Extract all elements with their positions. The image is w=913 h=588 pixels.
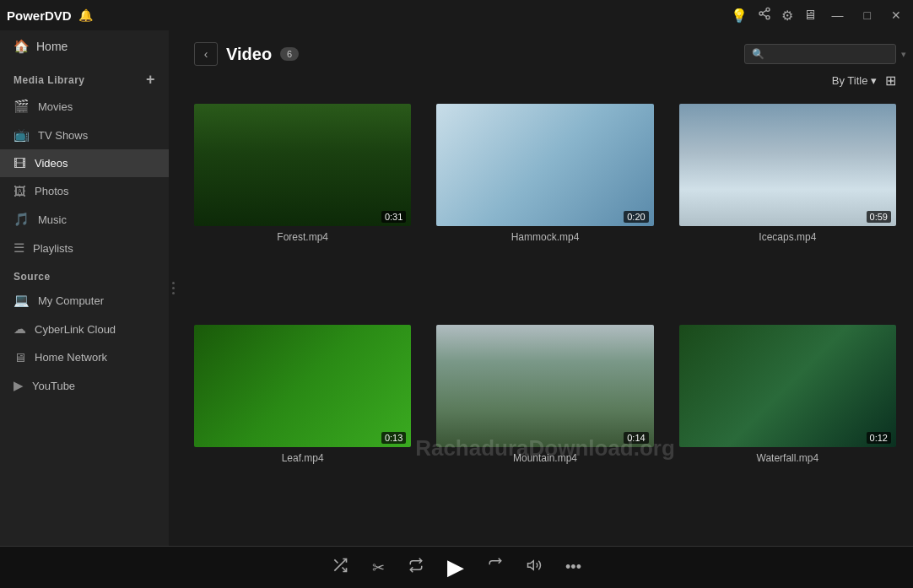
video-thumbnail: 0:20 <box>436 104 653 226</box>
svg-point-1 <box>759 12 763 15</box>
source-label: Source <box>0 262 169 286</box>
video-name: Hammock.mp4 <box>511 231 580 243</box>
video-duration: 0:12 <box>867 432 891 444</box>
video-thumbnail: 0:14 <box>436 325 653 447</box>
sidebar-item-cyberlink-cloud[interactable]: ☁ CyberLink Cloud <box>0 315 169 343</box>
monitor-icon[interactable]: 🖥 <box>803 8 817 23</box>
settings-icon[interactable]: ⚙ <box>781 8 793 24</box>
sidebar-item-label-tv-shows: TV Shows <box>38 129 88 142</box>
video-duration: 0:31 <box>381 211 406 223</box>
video-thumbnail: 0:31 <box>194 104 411 226</box>
sidebar-item-my-computer[interactable]: 💻 My Computer <box>0 286 169 315</box>
video-name: Icecaps.mp4 <box>759 231 816 243</box>
video-name: Mountain.mp4 <box>513 452 577 464</box>
repeat-button[interactable] <box>408 558 424 577</box>
video-duration: 0:14 <box>624 432 648 444</box>
movies-icon: 🎬 <box>14 99 30 114</box>
video-thumbnail: 0:12 <box>679 325 896 447</box>
bell-icon[interactable]: 🔔 <box>78 8 93 22</box>
video-item[interactable]: 0:12 Waterfall.mp4 <box>679 325 896 529</box>
search-dropdown[interactable]: ▾ <box>901 49 906 60</box>
cyberlink-cloud-icon: ☁ <box>14 321 26 337</box>
sidebar-item-music[interactable]: 🎵 Music <box>0 205 169 234</box>
back-icon: ‹ <box>204 47 208 61</box>
dot3 <box>172 292 175 294</box>
video-item[interactable]: 0:14 Mountain.mp4 <box>436 325 653 529</box>
play-button[interactable]: ▶ <box>447 554 464 580</box>
sidebar-item-movies[interactable]: 🎬 Movies <box>0 92 169 121</box>
lightbulb-icon[interactable]: 💡 <box>731 8 748 24</box>
media-library-label: Media Library <box>14 74 85 86</box>
playlists-icon: ☰ <box>14 240 24 256</box>
sidebar-item-home[interactable]: 🏠 Home <box>0 30 169 62</box>
search-input[interactable] <box>770 48 896 60</box>
dot2 <box>172 287 175 289</box>
sidebar-item-youtube[interactable]: ▶ YouTube <box>0 371 169 400</box>
resize-handle[interactable] <box>169 30 177 546</box>
video-name: Waterfall.mp4 <box>757 452 819 464</box>
share-icon[interactable] <box>758 7 771 24</box>
svg-line-3 <box>762 14 766 17</box>
title-bar-left: PowerDVD 🔔 <box>7 8 93 23</box>
sidebar-item-label-movies: Movies <box>38 100 73 113</box>
sidebar-item-videos[interactable]: 🎞 Videos <box>0 149 169 177</box>
svg-line-4 <box>762 10 766 13</box>
sidebar-item-photos[interactable]: 🖼 Photos <box>0 177 169 205</box>
sort-bar: By Title ▾ ⊞ <box>177 73 913 95</box>
video-duration: 0:59 <box>867 211 891 223</box>
app-title: PowerDVD <box>7 8 72 23</box>
add-library-button[interactable]: + <box>146 71 155 89</box>
title-bar-right: 💡 ⚙ 🖥 — □ ✕ <box>731 7 906 24</box>
content-header: ‹ Video 6 🔍 ▾ <box>177 30 913 73</box>
cut-button[interactable]: ✂ <box>372 558 385 577</box>
home-network-icon: 🖥 <box>14 350 26 364</box>
sidebar-item-playlists[interactable]: ☰ Playlists <box>0 234 169 262</box>
more-button[interactable]: ••• <box>565 558 581 576</box>
sidebar-item-label-videos: Videos <box>35 157 68 170</box>
back-button[interactable]: ‹ <box>194 42 218 66</box>
video-thumbnail: 0:59 <box>679 104 896 226</box>
maximize-button[interactable]: □ <box>859 7 876 24</box>
minimize-button[interactable]: — <box>827 7 849 24</box>
sidebar: 🏠 Home Media Library + 🎬 Movies 📺 TV Sho… <box>0 30 169 546</box>
shuffle-button[interactable] <box>332 557 348 578</box>
sidebar-item-tv-shows[interactable]: 📺 TV Shows <box>0 121 169 149</box>
sidebar-item-label-photos: Photos <box>35 185 68 197</box>
sort-by-title[interactable]: By Title ▾ <box>832 74 877 87</box>
video-duration: 0:20 <box>624 211 648 223</box>
youtube-icon: ▶ <box>14 378 24 393</box>
search-box[interactable]: 🔍 ▾ <box>744 44 896 64</box>
loop-button[interactable] <box>488 558 503 577</box>
video-item[interactable]: 0:59 Icecaps.mp4 <box>679 104 896 308</box>
close-button[interactable]: ✕ <box>886 7 906 24</box>
sidebar-item-label-home-network: Home Network <box>35 351 107 364</box>
svg-point-2 <box>766 16 770 19</box>
video-item[interactable]: 0:31 Forest.mp4 <box>194 104 411 308</box>
tv-shows-icon: 📺 <box>14 127 30 143</box>
video-name: Forest.mp4 <box>277 231 328 243</box>
sidebar-item-label-playlists: Playlists <box>33 242 73 255</box>
title-bar: PowerDVD 🔔 💡 ⚙ 🖥 — □ ✕ <box>0 0 913 30</box>
videos-icon: 🎞 <box>14 156 26 170</box>
video-item[interactable]: 0:20 Hammock.mp4 <box>436 104 653 308</box>
dot1 <box>172 282 175 284</box>
main-layout: 🏠 Home Media Library + 🎬 Movies 📺 TV Sho… <box>0 30 913 546</box>
grid-view-button[interactable]: ⊞ <box>885 73 896 89</box>
sidebar-item-label-youtube: YouTube <box>32 380 75 392</box>
video-grid: 0:31 Forest.mp4 0:20 Hammock.mp4 0:59 Ic… <box>177 95 913 546</box>
home-icon: 🏠 <box>14 39 30 54</box>
svg-line-7 <box>334 559 338 563</box>
content-header-left: ‹ Video 6 <box>194 42 299 66</box>
sidebar-item-home-network[interactable]: 🖥 Home Network <box>0 343 169 371</box>
sidebar-item-label-my-computer: My Computer <box>38 294 104 307</box>
music-icon: 🎵 <box>14 212 30 227</box>
content-area: ‹ Video 6 🔍 ▾ By Title ▾ ⊞ 0:31 Forest.m <box>177 30 913 546</box>
sidebar-items: 🎬 Movies 📺 TV Shows 🎞 Videos 🖼 Photos 🎵 … <box>0 92 169 262</box>
search-icon: 🔍 <box>752 48 764 60</box>
photos-icon: 🖼 <box>14 184 26 198</box>
my-computer-icon: 💻 <box>14 293 30 308</box>
media-library-header: Media Library + <box>0 62 169 92</box>
volume-button[interactable] <box>527 558 542 577</box>
video-item[interactable]: 0:13 Leaf.mp4 <box>194 325 411 529</box>
video-thumbnail: 0:13 <box>194 325 411 447</box>
